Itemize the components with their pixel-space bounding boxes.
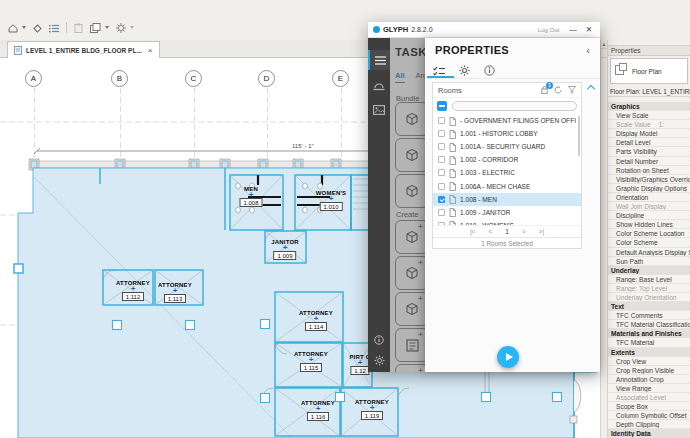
property-row[interactable]: Parts Visibility <box>608 147 690 156</box>
nav-hardhat-icon[interactable] <box>368 76 390 96</box>
grid-bubble[interactable]: C <box>185 70 202 87</box>
room-checkbox[interactable] <box>438 209 445 216</box>
property-row[interactable]: Associated Level <box>608 393 690 402</box>
room-checkbox[interactable] <box>438 117 445 124</box>
type-selector[interactable]: Floor Plan <box>610 58 688 84</box>
property-row[interactable]: Discipline <box>608 211 690 220</box>
room-number-tag[interactable]: 1.112 <box>122 292 145 301</box>
minimize-icon[interactable]: — <box>566 25 580 34</box>
room-tag[interactable]: ATTORNEY+1.112 <box>116 280 150 301</box>
lock-icon[interactable]: 1 <box>541 86 548 94</box>
room-tag[interactable]: WOMEN'S+1.010 <box>316 190 347 211</box>
property-row[interactable]: Rotation on Sheet <box>608 166 690 175</box>
room-tag[interactable]: ATTORNEY+1.116 <box>301 400 335 421</box>
property-row[interactable]: Range: Top Level <box>608 284 690 293</box>
room-checkbox[interactable] <box>438 156 445 163</box>
filter-icon[interactable] <box>568 86 576 94</box>
property-row[interactable]: Depth Clipping <box>608 420 690 429</box>
property-row[interactable]: Color Scheme Location <box>608 229 690 238</box>
property-row[interactable]: View Scale <box>608 111 690 120</box>
navigate-icon[interactable] <box>33 19 42 37</box>
properties-panel-header[interactable]: Properties <box>608 45 690 56</box>
view-name-label[interactable]: Floor Plan: LEVEL 1_ENTIRE BL <box>608 86 690 97</box>
canvas-scrollbar[interactable]: ▲ <box>600 40 608 438</box>
room-checkbox[interactable] <box>438 130 445 137</box>
nav-image-icon[interactable] <box>368 100 390 120</box>
home-dropdown-caret[interactable] <box>22 26 26 29</box>
logout-button[interactable]: Log Out <box>538 27 559 33</box>
home-icon[interactable] <box>8 19 18 37</box>
property-row[interactable]: Crop Region Visible <box>608 366 690 375</box>
tab-close-icon[interactable]: × <box>148 46 153 55</box>
room-tag[interactable]: ATTORNEY+1.119 <box>355 399 389 420</box>
last-page-button[interactable]: >| <box>539 228 544 235</box>
room-tag[interactable]: JANITOR+1.009 <box>271 239 299 260</box>
property-row[interactable]: Show Hidden Lines <box>608 220 690 229</box>
property-row[interactable]: TFC Comments <box>608 311 690 320</box>
first-page-button[interactable]: |< <box>470 228 475 235</box>
property-row[interactable]: Sun Path <box>608 257 690 266</box>
room-checkbox[interactable] <box>438 143 445 150</box>
property-row[interactable]: Wall Join Display <box>608 202 690 211</box>
refresh-icon[interactable] <box>554 86 562 94</box>
property-row[interactable]: Scale Value1: <box>608 120 690 129</box>
close-icon[interactable]: ✕ <box>583 25 595 34</box>
run-play-button[interactable] <box>497 346 519 368</box>
room-number-tag[interactable]: 1.119 <box>361 411 384 420</box>
property-row[interactable]: Scope Box <box>608 402 690 411</box>
room-tag[interactable]: MEN+1.008 <box>239 186 262 207</box>
room-list-item[interactable]: 1.010 - WOMEN'S <box>433 219 581 225</box>
settings-icon[interactable] <box>116 19 126 37</box>
room-number-tag[interactable]: 1.12 <box>350 366 370 375</box>
property-row[interactable]: Crop View <box>608 357 690 366</box>
property-row[interactable]: Orientation <box>608 193 690 202</box>
scrollbar-thumb[interactable] <box>601 49 607 58</box>
list-scrollbar-thumb[interactable] <box>578 116 580 156</box>
room-number-tag[interactable]: 1.008 <box>239 198 262 207</box>
grid-bubble[interactable]: D <box>258 70 275 87</box>
property-row[interactable]: Default Analysis Display Style <box>608 248 690 257</box>
room-number-tag[interactable]: 1.116 <box>307 412 330 421</box>
windows-dropdown-caret[interactable] <box>105 26 109 29</box>
property-row[interactable]: Detail Number <box>608 157 690 166</box>
property-row[interactable]: Annotation Crop <box>608 375 690 384</box>
info-tab-icon[interactable] <box>484 62 495 80</box>
property-row[interactable]: View Range <box>608 384 690 393</box>
property-row[interactable]: Underlay Orientation <box>608 293 690 302</box>
collapse-panel-icon[interactable]: ‹ <box>586 44 590 56</box>
property-row[interactable]: Detail Level <box>608 138 690 147</box>
room-number-tag[interactable]: 1.009 <box>273 251 296 260</box>
property-row[interactable]: TFC Material Classification <box>608 320 690 329</box>
room-tag[interactable]: ATTORNEY+1.113 <box>158 282 192 303</box>
next-page-button[interactable]: > <box>522 228 526 235</box>
property-row[interactable]: Display Model <box>608 129 690 138</box>
select-all-checkbox[interactable] <box>437 101 447 111</box>
gear-icon[interactable] <box>368 350 390 370</box>
grid-bubble[interactable]: B <box>111 70 128 87</box>
grid-bubble[interactable]: A <box>25 70 42 87</box>
rooms-search-input[interactable] <box>452 101 577 111</box>
room-checkbox[interactable] <box>438 222 445 225</box>
prev-page-button[interactable]: < <box>488 228 492 235</box>
nav-tasks-icon[interactable] <box>368 50 390 70</box>
room-number-tag[interactable]: 1.113 <box>164 294 187 303</box>
glyph-titlebar[interactable]: GLYPH 2.8.2.0 Log Out — ✕ <box>368 22 600 38</box>
property-row[interactable]: Column Symbolic Offset <box>608 411 690 420</box>
room-number-tag[interactable]: 1.010 <box>319 202 342 211</box>
property-row[interactable]: Visibility/Graphics Overrides <box>608 175 690 184</box>
room-checkbox[interactable] <box>438 183 445 190</box>
windows-cascade-icon[interactable] <box>90 19 101 37</box>
settings-tab-icon[interactable] <box>459 62 470 80</box>
room-tag[interactable]: ATTORNEY+1.115 <box>294 351 328 372</box>
property-row[interactable]: TFC Material <box>608 338 690 347</box>
collapse-rooms-chevron-icon[interactable] <box>587 85 595 93</box>
property-row[interactable]: Color Scheme <box>608 238 690 247</box>
info-icon[interactable] <box>368 330 390 350</box>
room-checkbox[interactable] <box>438 169 445 176</box>
room-tag[interactable]: ATTORNEY+1.114 <box>299 310 333 331</box>
grid-bubble[interactable]: E <box>332 70 349 87</box>
room-number-tag[interactable]: 1.114 <box>305 322 328 331</box>
room-number-tag[interactable]: 1.115 <box>300 363 323 372</box>
property-row[interactable]: Graphic Display Options <box>608 184 690 193</box>
property-row[interactable]: Range: Base Level <box>608 275 690 284</box>
